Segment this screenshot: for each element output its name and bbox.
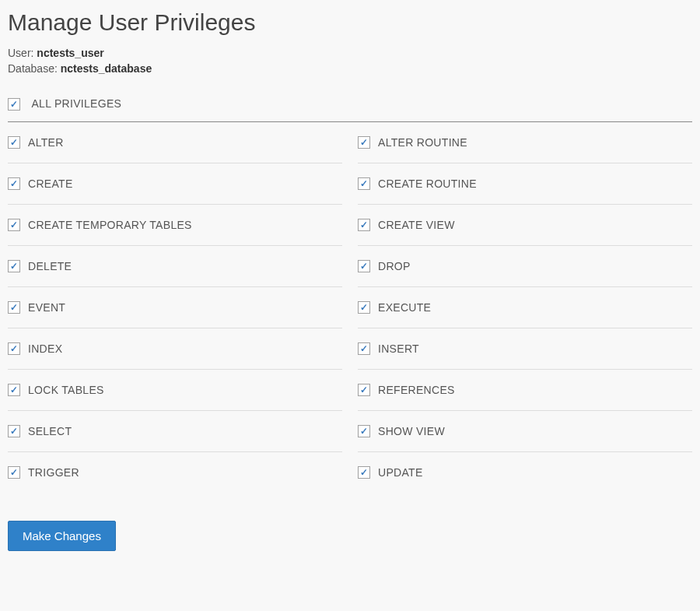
privilege-label: SHOW VIEW <box>378 425 445 437</box>
all-privileges-checkbox[interactable] <box>8 98 20 111</box>
privilege-label: REFERENCES <box>378 384 455 396</box>
privilege-label: CREATE <box>28 177 73 190</box>
privilege-label: EXECUTE <box>378 301 431 314</box>
privilege-label: DROP <box>378 260 411 272</box>
privilege-item: CREATE TEMPORARY TABLES <box>8 205 342 246</box>
privilege-item: INSERT <box>358 328 692 370</box>
privilege-item: DELETE <box>8 246 342 287</box>
privilege-item: SHOW VIEW <box>358 411 692 452</box>
privilege-checkbox-lock-tables[interactable] <box>8 384 20 396</box>
privilege-item: CREATE ROUTINE <box>358 163 692 205</box>
privilege-item: INDEX <box>8 328 342 370</box>
privilege-checkbox-delete[interactable] <box>8 260 20 272</box>
privilege-checkbox-index[interactable] <box>8 342 20 355</box>
privilege-label: UPDATE <box>378 466 423 479</box>
page-title: Manage User Privileges <box>8 9 692 36</box>
privilege-checkbox-select[interactable] <box>8 425 20 437</box>
privilege-checkbox-drop[interactable] <box>358 260 370 272</box>
database-meta: Database: nctests_database <box>8 62 692 75</box>
privilege-item: UPDATE <box>358 452 692 493</box>
privilege-label: CREATE VIEW <box>378 219 455 231</box>
privilege-label: ALTER ROUTINE <box>378 136 467 149</box>
privilege-item: REFERENCES <box>358 370 692 411</box>
privilege-label: TRIGGER <box>28 466 79 479</box>
privilege-checkbox-update[interactable] <box>358 466 370 479</box>
privilege-checkbox-alter[interactable] <box>8 136 20 149</box>
privilege-item: ALTER ROUTINE <box>358 122 692 163</box>
privilege-item: ALTER <box>8 122 342 163</box>
privilege-checkbox-references[interactable] <box>358 384 370 396</box>
privilege-checkbox-create-routine[interactable] <box>358 177 370 190</box>
privilege-checkbox-trigger[interactable] <box>8 466 20 479</box>
privilege-label: INDEX <box>28 342 62 355</box>
privilege-checkbox-insert[interactable] <box>358 342 370 355</box>
user-label: User: <box>8 47 37 59</box>
privilege-item: CREATE <box>8 163 342 205</box>
database-label: Database: <box>8 62 61 75</box>
make-changes-button[interactable]: Make Changes <box>8 521 116 551</box>
database-value: nctests_database <box>61 62 152 75</box>
privilege-checkbox-create-temporary-tables[interactable] <box>8 219 20 231</box>
privilege-item: CREATE VIEW <box>358 205 692 246</box>
privilege-item: LOCK TABLES <box>8 370 342 411</box>
privilege-label: LOCK TABLES <box>28 384 104 396</box>
privilege-item: SELECT <box>8 411 342 452</box>
privilege-checkbox-create-view[interactable] <box>358 219 370 231</box>
privilege-label: CREATE ROUTINE <box>378 177 477 190</box>
privilege-item: EXECUTE <box>358 287 692 328</box>
privilege-checkbox-execute[interactable] <box>358 301 370 314</box>
privilege-label: EVENT <box>28 301 65 314</box>
privileges-grid: ALTER ALTER ROUTINE CREATE CREATE ROUTIN… <box>8 122 692 493</box>
privilege-item: TRIGGER <box>8 452 342 493</box>
user-meta: User: nctests_user <box>8 47 692 59</box>
privilege-label: SELECT <box>28 425 72 437</box>
privilege-label: ALTER <box>28 136 64 149</box>
privilege-item: EVENT <box>8 287 342 328</box>
all-privileges-row: ALL PRIVILEGES <box>8 97 692 122</box>
privilege-checkbox-show-view[interactable] <box>358 425 370 437</box>
privilege-item: DROP <box>358 246 692 287</box>
all-privileges-label: ALL PRIVILEGES <box>31 97 121 110</box>
user-value: nctests_user <box>37 47 103 59</box>
privilege-label: CREATE TEMPORARY TABLES <box>28 219 192 231</box>
privilege-label: DELETE <box>28 260 72 272</box>
privilege-checkbox-create[interactable] <box>8 177 20 190</box>
privilege-label: INSERT <box>378 342 419 355</box>
privilege-checkbox-alter-routine[interactable] <box>358 136 370 149</box>
privilege-checkbox-event[interactable] <box>8 301 20 314</box>
